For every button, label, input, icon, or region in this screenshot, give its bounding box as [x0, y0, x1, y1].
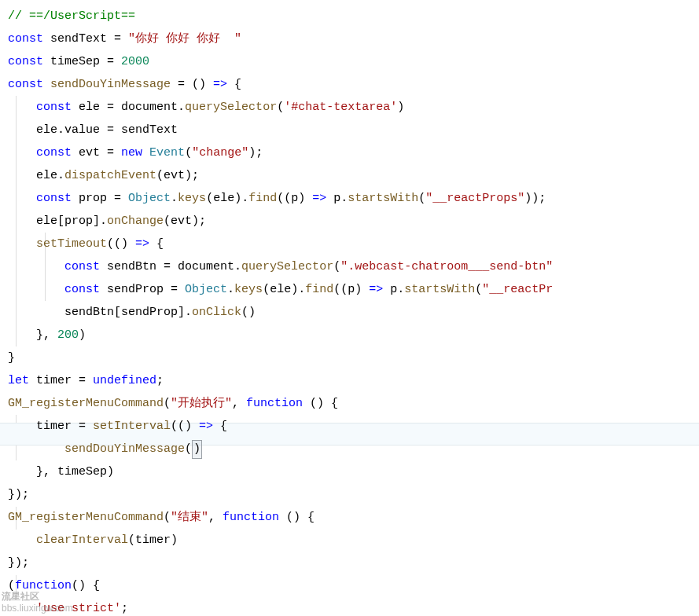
- code-line: GM_registerMenuCommand("开始执行", function …: [8, 397, 338, 410]
- code-line: });: [8, 488, 29, 501]
- watermark-url: bbs.liuxingw.com: [2, 603, 73, 614]
- cursor: ): [192, 440, 202, 459]
- code-line: const sendBtn = document.querySelector("…: [8, 260, 553, 273]
- code-line: timer = setInterval(() => {: [8, 420, 227, 433]
- code-line: }: [8, 351, 15, 365]
- code-line: sendDouYinMessage(): [8, 442, 202, 456]
- code-line: let timer = undefined;: [8, 374, 164, 387]
- watermark: 流星社区 bbs.liuxingw.com: [2, 591, 73, 614]
- code-line: const evt = new Event("change");: [8, 146, 263, 160]
- code-line: GM_registerMenuCommand("结束", function ()…: [8, 511, 315, 524]
- code-line: });: [8, 556, 29, 570]
- code-block: // ==/UserScript== const sendText = "你好 …: [8, 5, 699, 616]
- code-line: const timeSep = 2000: [8, 55, 149, 68]
- code-line: clearInterval(timer): [8, 534, 178, 547]
- code-line: // ==/UserScript==: [8, 9, 135, 23]
- code-line: const prop = Object.keys(ele).find((p) =…: [8, 192, 546, 205]
- code-line: }, 200): [8, 328, 86, 342]
- code-line: const ele = document.querySelector('#cha…: [8, 101, 404, 114]
- code-line: setTimeout(() => {: [8, 237, 164, 251]
- code-line: ele.dispatchEvent(evt);: [8, 169, 199, 182]
- code-line: ele.value = sendText: [8, 123, 178, 137]
- code-line: const sendText = "你好 你好 你好 ": [8, 32, 241, 46]
- code-line: }, timeSep): [8, 465, 114, 478]
- code-line: ele[prop].onChange(evt);: [8, 214, 206, 228]
- code-line: const sendProp = Object.keys(ele).find((…: [8, 283, 553, 296]
- code-line: const sendDouYinMessage = () => {: [8, 78, 241, 91]
- watermark-title: 流星社区: [2, 591, 73, 603]
- code-line: sendBtn[sendProp].onClick(): [8, 306, 256, 319]
